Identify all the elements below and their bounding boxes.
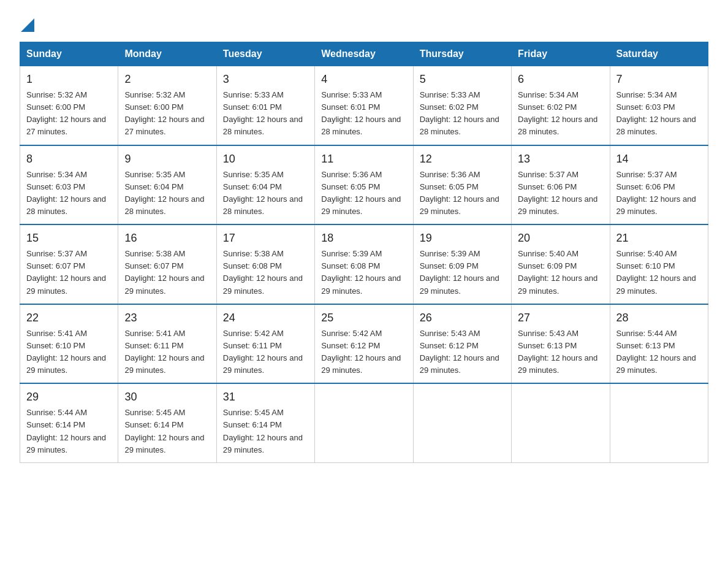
calendar-cell: 21Sunrise: 5:40 AMSunset: 6:10 PMDayligh…: [610, 224, 708, 304]
calendar-cell: 6Sunrise: 5:34 AMSunset: 6:02 PMDaylight…: [512, 66, 610, 145]
calendar-week-row: 15Sunrise: 5:37 AMSunset: 6:07 PMDayligh…: [20, 224, 708, 304]
day-number: 10: [223, 151, 308, 167]
day-info: Sunrise: 5:43 AMSunset: 6:13 PMDaylight:…: [518, 329, 597, 375]
day-info: Sunrise: 5:33 AMSunset: 6:02 PMDaylight:…: [420, 90, 499, 136]
day-number: 12: [420, 151, 505, 167]
day-info: Sunrise: 5:36 AMSunset: 6:05 PMDaylight:…: [420, 170, 499, 216]
calendar-cell: 19Sunrise: 5:39 AMSunset: 6:09 PMDayligh…: [413, 224, 511, 304]
svg-marker-0: [21, 18, 34, 32]
day-number: 31: [223, 389, 308, 405]
calendar-cell: 5Sunrise: 5:33 AMSunset: 6:02 PMDaylight…: [413, 66, 511, 145]
day-info: Sunrise: 5:38 AMSunset: 6:08 PMDaylight:…: [223, 249, 303, 295]
calendar-cell: 1Sunrise: 5:32 AMSunset: 6:00 PMDaylight…: [20, 66, 118, 145]
calendar-cell: 7Sunrise: 5:34 AMSunset: 6:03 PMDaylight…: [610, 66, 708, 145]
calendar-cell: 10Sunrise: 5:35 AMSunset: 6:04 PMDayligh…: [216, 145, 314, 225]
day-info: Sunrise: 5:35 AMSunset: 6:04 PMDaylight:…: [124, 170, 204, 216]
day-number: 25: [321, 310, 406, 326]
day-number: 6: [518, 71, 603, 88]
logo: [20, 15, 34, 29]
day-number: 30: [124, 389, 210, 405]
day-info: Sunrise: 5:43 AMSunset: 6:12 PMDaylight:…: [420, 329, 499, 375]
day-number: 27: [518, 310, 603, 326]
calendar-cell: 4Sunrise: 5:33 AMSunset: 6:01 PMDaylight…: [315, 66, 413, 145]
day-number: 21: [616, 230, 702, 247]
calendar-cell: 17Sunrise: 5:38 AMSunset: 6:08 PMDayligh…: [216, 224, 314, 304]
calendar-week-row: 29Sunrise: 5:44 AMSunset: 6:14 PMDayligh…: [20, 383, 708, 462]
day-info: Sunrise: 5:32 AMSunset: 6:00 PMDaylight:…: [124, 90, 204, 136]
calendar-cell: 2Sunrise: 5:32 AMSunset: 6:00 PMDaylight…: [118, 66, 216, 145]
calendar-cell: 13Sunrise: 5:37 AMSunset: 6:06 PMDayligh…: [512, 145, 610, 225]
calendar-cell: 15Sunrise: 5:37 AMSunset: 6:07 PMDayligh…: [20, 224, 118, 304]
calendar-cell: 20Sunrise: 5:40 AMSunset: 6:09 PMDayligh…: [512, 224, 610, 304]
calendar-cell: [610, 383, 708, 462]
day-info: Sunrise: 5:37 AMSunset: 6:07 PMDaylight:…: [26, 249, 106, 295]
calendar-cell: 25Sunrise: 5:42 AMSunset: 6:12 PMDayligh…: [315, 304, 413, 384]
day-number: 20: [518, 230, 603, 247]
day-number: 4: [321, 71, 406, 88]
day-info: Sunrise: 5:36 AMSunset: 6:05 PMDaylight:…: [321, 170, 401, 216]
calendar-cell: 8Sunrise: 5:34 AMSunset: 6:03 PMDaylight…: [20, 145, 118, 225]
calendar-cell: 26Sunrise: 5:43 AMSunset: 6:12 PMDayligh…: [413, 304, 511, 384]
day-number: 5: [420, 71, 505, 88]
day-info: Sunrise: 5:37 AMSunset: 6:06 PMDaylight:…: [518, 170, 597, 216]
calendar-cell: 24Sunrise: 5:42 AMSunset: 6:11 PMDayligh…: [216, 304, 314, 384]
day-number: 26: [420, 310, 505, 326]
day-info: Sunrise: 5:34 AMSunset: 6:03 PMDaylight:…: [26, 170, 106, 216]
weekday-header-sunday: Sunday: [20, 42, 118, 66]
day-info: Sunrise: 5:45 AMSunset: 6:14 PMDaylight:…: [124, 408, 204, 454]
day-number: 9: [124, 151, 210, 167]
day-number: 29: [26, 389, 112, 405]
calendar-cell: [413, 383, 511, 462]
calendar-cell: [512, 383, 610, 462]
day-number: 11: [321, 151, 406, 167]
page-header: [20, 15, 708, 29]
day-info: Sunrise: 5:42 AMSunset: 6:12 PMDaylight:…: [321, 329, 401, 375]
day-info: Sunrise: 5:33 AMSunset: 6:01 PMDaylight:…: [223, 90, 303, 136]
calendar-cell: 16Sunrise: 5:38 AMSunset: 6:07 PMDayligh…: [118, 224, 216, 304]
day-number: 16: [124, 230, 210, 247]
day-number: 2: [124, 71, 210, 88]
day-info: Sunrise: 5:44 AMSunset: 6:13 PMDaylight:…: [616, 329, 696, 375]
calendar-cell: 18Sunrise: 5:39 AMSunset: 6:08 PMDayligh…: [315, 224, 413, 304]
day-info: Sunrise: 5:40 AMSunset: 6:09 PMDaylight:…: [518, 249, 597, 295]
day-info: Sunrise: 5:32 AMSunset: 6:00 PMDaylight:…: [26, 90, 106, 136]
day-info: Sunrise: 5:41 AMSunset: 6:10 PMDaylight:…: [26, 329, 106, 375]
calendar-cell: 31Sunrise: 5:45 AMSunset: 6:14 PMDayligh…: [216, 383, 314, 462]
day-number: 7: [616, 71, 702, 88]
day-number: 17: [223, 230, 308, 247]
logo-triangle-icon: [21, 16, 34, 32]
calendar-week-row: 1Sunrise: 5:32 AMSunset: 6:00 PMDaylight…: [20, 66, 708, 145]
day-info: Sunrise: 5:44 AMSunset: 6:14 PMDaylight:…: [26, 408, 106, 454]
calendar-table: SundayMondayTuesdayWednesdayThursdayFrid…: [20, 42, 708, 463]
calendar-cell: 9Sunrise: 5:35 AMSunset: 6:04 PMDaylight…: [118, 145, 216, 225]
day-number: 14: [616, 151, 702, 167]
day-info: Sunrise: 5:33 AMSunset: 6:01 PMDaylight:…: [321, 90, 401, 136]
day-info: Sunrise: 5:40 AMSunset: 6:10 PMDaylight:…: [616, 249, 696, 295]
day-info: Sunrise: 5:39 AMSunset: 6:08 PMDaylight:…: [321, 249, 401, 295]
day-info: Sunrise: 5:34 AMSunset: 6:03 PMDaylight:…: [616, 90, 696, 136]
day-number: 8: [26, 151, 112, 167]
weekday-header-saturday: Saturday: [610, 42, 708, 66]
day-number: 22: [26, 310, 112, 326]
day-info: Sunrise: 5:34 AMSunset: 6:02 PMDaylight:…: [518, 90, 597, 136]
day-number: 1: [26, 71, 112, 88]
day-info: Sunrise: 5:45 AMSunset: 6:14 PMDaylight:…: [223, 408, 303, 454]
day-number: 15: [26, 230, 112, 247]
weekday-header-friday: Friday: [512, 42, 610, 66]
weekday-header-row: SundayMondayTuesdayWednesdayThursdayFrid…: [20, 42, 708, 66]
calendar-cell: 27Sunrise: 5:43 AMSunset: 6:13 PMDayligh…: [512, 304, 610, 384]
weekday-header-wednesday: Wednesday: [315, 42, 413, 66]
day-number: 19: [420, 230, 505, 247]
calendar-cell: 22Sunrise: 5:41 AMSunset: 6:10 PMDayligh…: [20, 304, 118, 384]
day-number: 28: [616, 310, 702, 326]
calendar-cell: 30Sunrise: 5:45 AMSunset: 6:14 PMDayligh…: [118, 383, 216, 462]
calendar-cell: 3Sunrise: 5:33 AMSunset: 6:01 PMDaylight…: [216, 66, 314, 145]
calendar-week-row: 22Sunrise: 5:41 AMSunset: 6:10 PMDayligh…: [20, 304, 708, 384]
calendar-cell: 29Sunrise: 5:44 AMSunset: 6:14 PMDayligh…: [20, 383, 118, 462]
calendar-cell: 14Sunrise: 5:37 AMSunset: 6:06 PMDayligh…: [610, 145, 708, 225]
day-number: 18: [321, 230, 406, 247]
day-info: Sunrise: 5:42 AMSunset: 6:11 PMDaylight:…: [223, 329, 303, 375]
day-info: Sunrise: 5:37 AMSunset: 6:06 PMDaylight:…: [616, 170, 696, 216]
day-number: 23: [124, 310, 210, 326]
weekday-header-thursday: Thursday: [413, 42, 511, 66]
